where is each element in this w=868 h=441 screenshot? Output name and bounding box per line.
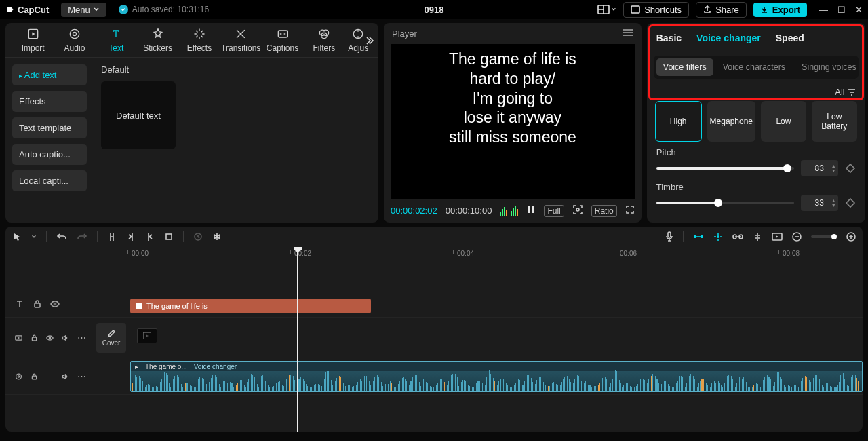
video-thumb[interactable] bbox=[137, 328, 157, 343]
timeline-ruler[interactable]: 00:00 00:02 00:04 00:06 00:08 bbox=[96, 247, 863, 263]
pointer-tool[interactable] bbox=[12, 232, 22, 242]
eye-icon[interactable] bbox=[50, 299, 60, 309]
audio-track-head[interactable]: ⋯ bbox=[5, 371, 96, 381]
audio-clip-title: The game o... bbox=[145, 363, 187, 370]
subtab-voice-characters[interactable]: Voice characters bbox=[716, 58, 792, 76]
text-clip[interactable]: The game of life is bbox=[130, 299, 371, 313]
text-track-head[interactable] bbox=[5, 299, 96, 309]
link-icon[interactable] bbox=[732, 233, 743, 240]
svg-rect-5 bbox=[278, 31, 287, 37]
section-title: Default bbox=[101, 64, 372, 75]
cover-button[interactable]: Cover bbox=[96, 323, 126, 353]
pause-button[interactable] bbox=[526, 205, 536, 216]
default-text-card[interactable]: Default text bbox=[101, 81, 176, 149]
preset-high[interactable]: High bbox=[655, 101, 702, 142]
reverse-tool[interactable] bbox=[193, 232, 203, 242]
preset-low[interactable]: Low bbox=[761, 101, 806, 142]
mute-icon[interactable] bbox=[62, 372, 69, 381]
preset-low-battery[interactable]: Low Battery bbox=[812, 101, 857, 142]
mirror-tool[interactable] bbox=[212, 232, 222, 242]
tab-import[interactable]: Import bbox=[12, 27, 54, 53]
audio-clip-effect: Voice changer bbox=[194, 363, 237, 370]
more-icon[interactable]: ⋯ bbox=[77, 371, 87, 381]
shortcuts-button[interactable]: Shortcuts bbox=[623, 2, 689, 18]
video-track-head[interactable]: ⋯ bbox=[5, 332, 96, 343]
split-tool[interactable] bbox=[107, 231, 117, 242]
svg-rect-18 bbox=[739, 235, 743, 239]
pencil-icon bbox=[107, 330, 115, 338]
lock-icon[interactable] bbox=[31, 372, 38, 381]
export-icon bbox=[760, 5, 768, 14]
tab-audio[interactable]: Audio bbox=[54, 27, 95, 53]
full-button[interactable]: Full bbox=[544, 205, 564, 217]
tab-text[interactable]: Text bbox=[96, 27, 137, 53]
filter-all-button[interactable]: All bbox=[647, 84, 865, 101]
audio-clip-icon: ▸ bbox=[135, 363, 138, 370]
pitch-value[interactable]: 83▲▼ bbox=[801, 160, 838, 176]
preview-icon[interactable] bbox=[772, 233, 783, 241]
subtab-singing-voices[interactable]: Singing voices bbox=[795, 58, 863, 76]
snap-icon[interactable] bbox=[713, 232, 723, 242]
waveform bbox=[131, 372, 862, 391]
player-viewport[interactable]: The game of life is hard to play/ I'm go… bbox=[391, 44, 635, 199]
preset-megaphone[interactable]: Megaphone bbox=[707, 101, 755, 142]
delete-tool[interactable] bbox=[164, 232, 174, 242]
zoom-in-icon[interactable] bbox=[846, 232, 856, 242]
ruler-tick: 00:06 bbox=[620, 250, 637, 257]
maximize-button[interactable]: ☐ bbox=[837, 5, 846, 15]
audio-level-meter bbox=[500, 206, 518, 216]
playhead[interactable] bbox=[297, 247, 298, 432]
mic-icon[interactable] bbox=[665, 231, 673, 242]
menu-button[interactable]: Menu bbox=[61, 3, 106, 17]
zoom-out-icon[interactable] bbox=[792, 232, 802, 242]
sidebar-text-template[interactable]: Text template bbox=[12, 117, 87, 138]
zoom-slider[interactable] bbox=[811, 235, 837, 238]
pitch-slider[interactable] bbox=[656, 167, 794, 170]
sidebar-auto-captions[interactable]: Auto captio... bbox=[12, 144, 87, 165]
audio-track-icon bbox=[15, 372, 22, 381]
pitch-reset-icon[interactable] bbox=[845, 163, 856, 174]
mute-icon[interactable] bbox=[62, 333, 69, 343]
tab-captions[interactable]: Captions bbox=[262, 27, 303, 53]
lock-icon[interactable] bbox=[33, 299, 42, 309]
svg-rect-22 bbox=[35, 303, 40, 307]
tab-effects[interactable]: Effects bbox=[178, 27, 220, 53]
player-menu-icon[interactable] bbox=[623, 28, 633, 39]
tab-filters[interactable]: Filters bbox=[303, 27, 344, 53]
inspector-tab-speed[interactable]: Speed bbox=[776, 33, 804, 43]
svg-point-23 bbox=[54, 303, 56, 305]
tab-stickers[interactable]: Stickers bbox=[137, 27, 178, 53]
ratio-button[interactable]: Ratio bbox=[591, 205, 617, 217]
more-icon[interactable]: ⋯ bbox=[77, 332, 87, 343]
align-icon[interactable] bbox=[753, 232, 762, 242]
tab-transitions[interactable]: Transitions bbox=[220, 27, 262, 53]
export-button[interactable]: Export bbox=[753, 3, 807, 17]
timbre-slider[interactable] bbox=[656, 202, 794, 204]
share-button[interactable]: Share bbox=[696, 2, 747, 18]
subtab-voice-filters[interactable]: Voice filters bbox=[656, 58, 713, 76]
minimize-button[interactable]: — bbox=[819, 5, 828, 15]
sidebar-local-captions[interactable]: Local capti... bbox=[12, 170, 87, 191]
svg-point-16 bbox=[717, 235, 719, 238]
layout-icon[interactable] bbox=[597, 5, 616, 14]
sidebar-add-text[interactable]: Add text bbox=[12, 64, 87, 85]
audio-clip[interactable]: ▸ The game o... Voice changer bbox=[130, 361, 863, 392]
timbre-value[interactable]: 33▲▼ bbox=[801, 195, 838, 211]
timbre-reset-icon[interactable] bbox=[845, 197, 856, 208]
eye-icon[interactable] bbox=[46, 333, 54, 343]
fullscreen-icon[interactable] bbox=[625, 205, 635, 216]
undo-button[interactable] bbox=[56, 232, 67, 242]
lock-icon[interactable] bbox=[31, 333, 38, 343]
redo-button[interactable] bbox=[77, 232, 87, 242]
more-tabs-button[interactable] bbox=[363, 35, 374, 48]
sidebar-effects[interactable]: Effects bbox=[12, 91, 87, 112]
trim-left-tool[interactable] bbox=[126, 231, 136, 242]
inspector-tab-basic[interactable]: Basic bbox=[656, 33, 682, 43]
svg-rect-26 bbox=[32, 337, 36, 341]
scan-icon[interactable] bbox=[572, 204, 583, 217]
pointer-dropdown[interactable] bbox=[31, 234, 37, 239]
magnet-icon[interactable] bbox=[693, 233, 704, 241]
close-button[interactable]: ✕ bbox=[855, 5, 863, 15]
inspector-tab-voice-changer[interactable]: Voice changer bbox=[696, 33, 761, 43]
trim-right-tool[interactable] bbox=[145, 231, 155, 242]
